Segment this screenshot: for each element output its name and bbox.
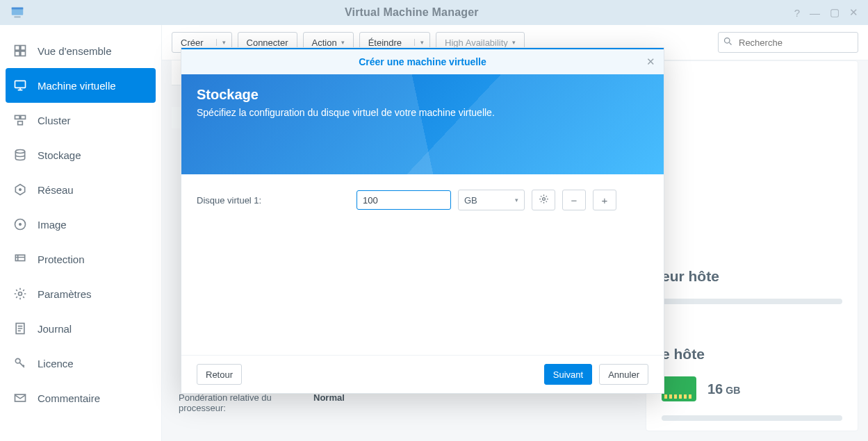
svg-point-18 xyxy=(15,358,20,363)
sidebar-item-license[interactable]: Licence xyxy=(0,346,161,381)
app-icon xyxy=(10,5,25,20)
svg-rect-2 xyxy=(14,17,20,18)
sidebar-item-label: Machine virtuelle xyxy=(38,80,116,92)
sidebar-item-label: Vue d'ensemble xyxy=(38,45,112,57)
gear-icon xyxy=(539,194,549,206)
minimize-icon[interactable]: — xyxy=(810,7,820,19)
vdisk-add-button[interactable]: + xyxy=(593,190,616,210)
svg-point-11 xyxy=(15,150,24,153)
sidebar-item-settings[interactable]: Paramètres xyxy=(0,276,161,311)
sidebar-item-label: Réseau xyxy=(38,184,74,196)
svg-rect-9 xyxy=(21,115,26,119)
svg-rect-3 xyxy=(15,46,20,51)
cpu-weight-value: Normal xyxy=(313,392,345,413)
sidebar-item-log[interactable]: Journal xyxy=(0,311,161,346)
sidebar-item-label: Commentaire xyxy=(38,392,100,404)
svg-rect-8 xyxy=(15,115,20,119)
button-label: Annuler xyxy=(608,369,639,380)
overview-icon xyxy=(13,43,28,58)
sidebar-item-protection[interactable]: Protection xyxy=(0,242,161,276)
ram-amount: 16GB xyxy=(707,381,740,397)
sidebar-item-label: Protection xyxy=(38,253,85,265)
cluster-icon xyxy=(13,113,28,128)
create-vm-modal: Créer une machine virtuelle ✕ Stockage S… xyxy=(181,47,664,394)
ram-chip-icon xyxy=(662,376,696,401)
help-icon[interactable]: ? xyxy=(794,7,800,19)
sidebar-item-image[interactable]: Image xyxy=(0,207,161,242)
svg-rect-4 xyxy=(21,46,26,51)
vdisk-settings-button[interactable] xyxy=(532,190,555,210)
select-value: GB xyxy=(464,195,477,206)
button-label: Éteindre xyxy=(360,38,410,48)
modal-hero: Stockage Spécifiez la configuration du d… xyxy=(181,74,664,174)
modal-title: Créer une machine virtuelle xyxy=(359,56,486,67)
ram-card-title: e hôte xyxy=(662,346,842,363)
sidebar: Vue d'ensemble Machine virtuelle Cluster… xyxy=(0,25,162,441)
button-label: Action xyxy=(312,38,337,48)
close-icon[interactable]: ✕ xyxy=(646,56,655,68)
svg-point-12 xyxy=(19,188,21,190)
button-label: Retour xyxy=(206,369,233,380)
svg-point-21 xyxy=(542,198,545,201)
cancel-button[interactable]: Annuler xyxy=(599,364,648,385)
gear-icon xyxy=(13,286,28,301)
usage-bar xyxy=(662,299,842,304)
svg-rect-5 xyxy=(15,51,20,56)
sidebar-item-storage[interactable]: Stockage xyxy=(0,138,161,172)
modal-step-subtitle: Spécifiez la configuration du disque vir… xyxy=(197,107,648,118)
sidebar-item-overview[interactable]: Vue d'ensemble xyxy=(0,33,161,68)
button-label: Connecter xyxy=(247,38,288,48)
sidebar-item-label: Paramètres xyxy=(38,288,92,300)
svg-rect-1 xyxy=(12,8,24,10)
vdisk-size-input[interactable] xyxy=(357,190,451,210)
sidebar-item-cluster[interactable]: Cluster xyxy=(0,103,161,138)
vdisk-remove-button[interactable]: − xyxy=(562,190,586,210)
button-label: Suivant xyxy=(553,369,583,380)
svg-rect-6 xyxy=(21,51,26,56)
vdisk-label: Disque virtuel 1: xyxy=(197,195,350,206)
sidebar-item-network[interactable]: Réseau xyxy=(0,172,161,207)
button-label: High Availability xyxy=(445,38,508,48)
plus-icon: + xyxy=(602,194,608,206)
sidebar-item-feedback[interactable]: Commentaire xyxy=(0,381,161,415)
sidebar-item-label: Cluster xyxy=(38,115,71,126)
sidebar-item-vm[interactable]: Machine virtuelle xyxy=(6,68,156,103)
vdisk-unit-select[interactable]: GB ▾ xyxy=(458,190,525,210)
cpu-weight-label: Pondération relative du processeur: xyxy=(179,392,297,413)
titlebar: Virtual Machine Manager ? — ▢ ✕ xyxy=(0,0,868,25)
chevron-down-icon[interactable]: ▾ xyxy=(414,39,429,46)
back-button[interactable]: Retour xyxy=(197,364,242,385)
svg-rect-7 xyxy=(15,81,26,88)
disc-icon xyxy=(13,217,28,232)
minus-icon: − xyxy=(571,194,578,206)
next-button[interactable]: Suivant xyxy=(544,364,592,385)
key-icon xyxy=(13,356,28,371)
modal-header: Créer une machine virtuelle ✕ xyxy=(181,49,664,74)
usage-bar xyxy=(662,415,842,421)
monitor-icon xyxy=(13,78,28,93)
network-icon xyxy=(13,182,28,197)
close-window-icon[interactable]: ✕ xyxy=(849,6,858,19)
svg-point-20 xyxy=(725,38,730,44)
chevron-down-icon[interactable]: ▾ xyxy=(216,39,231,46)
chevron-down-icon: ▾ xyxy=(512,39,516,46)
search-icon xyxy=(723,36,733,49)
log-icon xyxy=(13,321,28,336)
window-title: Virtual Machine Manager xyxy=(29,6,794,19)
shield-icon xyxy=(13,251,28,267)
sidebar-item-label: Licence xyxy=(38,358,74,369)
cpu-card-title: eur hôte xyxy=(662,268,842,285)
svg-point-16 xyxy=(19,292,22,296)
svg-point-14 xyxy=(19,223,21,225)
search-box[interactable] xyxy=(718,32,858,53)
chevron-down-icon: ▾ xyxy=(341,39,345,46)
maximize-icon[interactable]: ▢ xyxy=(830,6,840,19)
svg-rect-10 xyxy=(18,122,23,125)
chevron-down-icon: ▾ xyxy=(515,197,518,203)
button-label: Créer xyxy=(172,38,212,48)
sidebar-item-label: Image xyxy=(38,219,67,231)
sidebar-item-label: Stockage xyxy=(38,149,81,161)
modal-step-title: Stockage xyxy=(197,87,648,103)
search-input[interactable] xyxy=(737,37,857,49)
storage-icon xyxy=(13,147,28,163)
